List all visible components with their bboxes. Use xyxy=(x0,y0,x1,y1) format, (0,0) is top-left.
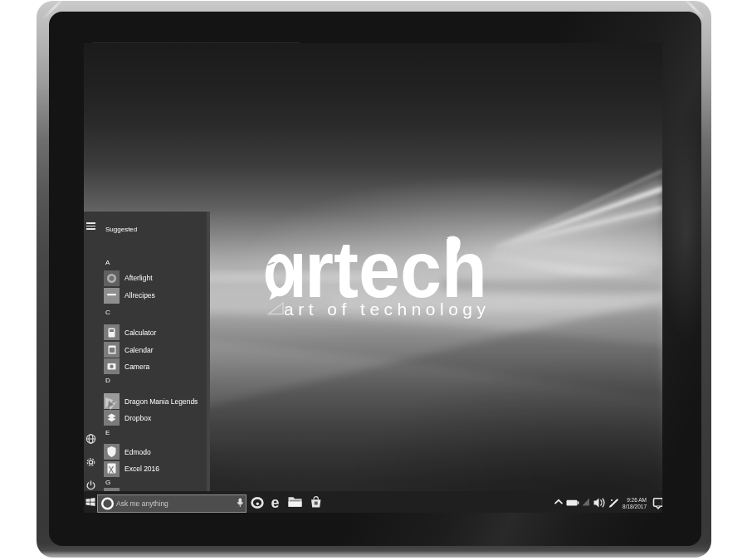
svg-text:9:26 AM: 9:26 AM xyxy=(627,497,647,503)
svg-text:8/18/2017: 8/18/2017 xyxy=(622,504,647,509)
svg-text:e: e xyxy=(271,494,280,511)
svg-text:Ask me anything: Ask me anything xyxy=(116,499,168,508)
